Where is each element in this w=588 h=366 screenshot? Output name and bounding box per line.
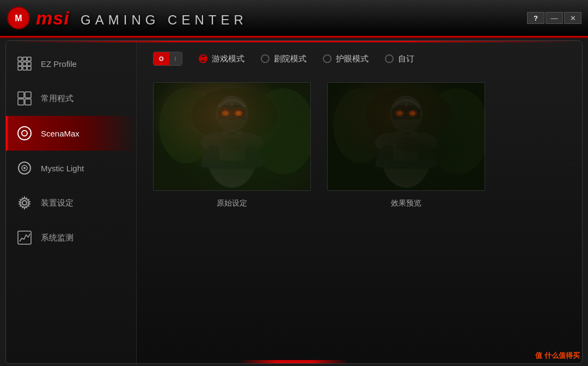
svg-point-39 xyxy=(231,108,246,119)
svg-point-49 xyxy=(390,96,422,132)
original-label: 原始设定 xyxy=(217,198,247,208)
minimize-button[interactable]: — xyxy=(546,12,563,24)
svg-point-36 xyxy=(236,111,241,115)
sidebar-item-ez-profile[interactable]: EZ Profile xyxy=(6,46,136,81)
svg-point-27 xyxy=(192,88,278,142)
msi-dragon-logo: M xyxy=(7,6,30,30)
brand-text: msi GAMING CENTER xyxy=(36,8,248,29)
apps-icon xyxy=(17,91,32,106)
svg-rect-6 xyxy=(23,62,27,66)
gear-icon xyxy=(17,195,32,210)
mode-custom-label: 自订 xyxy=(398,54,414,64)
svg-point-21 xyxy=(22,201,27,205)
effect-image xyxy=(327,82,485,191)
svg-rect-3 xyxy=(23,57,27,61)
mode-theater[interactable]: 剧院模式 xyxy=(261,54,307,64)
svg-point-35 xyxy=(223,111,228,115)
svg-point-53 xyxy=(410,111,415,115)
app-subtitle: GAMING CENTER xyxy=(81,13,248,27)
svg-rect-8 xyxy=(18,66,22,70)
mode-custom[interactable]: 自订 xyxy=(385,54,414,64)
watermark: 值 什么值得买 xyxy=(535,351,580,361)
power-toggle[interactable]: O I xyxy=(153,52,182,66)
sidebar-item-system-monitor[interactable]: 系统监测 xyxy=(6,220,136,255)
mode-game-label: 游戏模式 xyxy=(212,54,244,64)
device-settings-label: 装置设定 xyxy=(41,198,74,208)
svg-point-20 xyxy=(23,167,26,169)
effect-label: 效果预览 xyxy=(391,198,421,208)
title-bar: M msi GAMING CENTER ? — ✕ xyxy=(0,0,588,37)
ez-profile-label: EZ Profile xyxy=(41,59,77,69)
preview-row: 原始设定 xyxy=(153,82,566,208)
svg-point-43 xyxy=(425,88,485,174)
logo-area: M msi GAMING CENTER xyxy=(7,6,248,30)
svg-point-29 xyxy=(198,129,225,152)
scenamax-label: ScenaMax xyxy=(41,129,79,138)
radio-custom-dot xyxy=(385,54,394,63)
sidebar-item-device-settings[interactable]: 装置设定 xyxy=(6,185,136,220)
svg-point-38 xyxy=(218,108,233,119)
system-monitor-label: 系统监测 xyxy=(41,233,74,243)
content-panel: O I 游戏模式 剧院模式 护眼模式 xyxy=(137,41,582,363)
sidebar-item-common-programs[interactable]: 常用程式 xyxy=(6,81,136,116)
mode-game[interactable]: 游戏模式 xyxy=(199,54,244,64)
ring-icon xyxy=(17,160,32,176)
svg-point-26 xyxy=(251,88,310,174)
sidebar: EZ Profile 常用程式 xyxy=(6,41,137,363)
svg-rect-5 xyxy=(18,62,22,66)
toggle-on[interactable]: O xyxy=(154,52,169,65)
chart-icon xyxy=(17,230,32,245)
svg-rect-24 xyxy=(154,83,310,190)
help-button[interactable]: ? xyxy=(527,12,544,24)
svg-rect-11 xyxy=(18,92,24,98)
toggle-off[interactable]: I xyxy=(169,52,182,65)
svg-point-30 xyxy=(238,129,265,152)
eye-icon xyxy=(17,126,32,141)
svg-point-28 xyxy=(207,128,256,188)
main-area: EZ Profile 常用程式 xyxy=(5,40,583,364)
svg-rect-2 xyxy=(18,57,22,61)
svg-rect-10 xyxy=(27,66,31,70)
radio-theater-dot xyxy=(261,54,270,63)
svg-rect-31 xyxy=(226,120,237,134)
sidebar-item-scenamax[interactable]: ScenaMax xyxy=(6,116,136,151)
svg-point-46 xyxy=(372,129,400,152)
preview-effect: 效果预览 xyxy=(327,82,485,208)
preview-original: 原始设定 xyxy=(153,82,311,208)
svg-rect-9 xyxy=(23,66,27,70)
mode-eyecare[interactable]: 护眼模式 xyxy=(323,54,369,64)
svg-point-42 xyxy=(333,88,387,164)
svg-rect-4 xyxy=(27,57,31,61)
radio-eyecare-dot xyxy=(323,54,332,63)
original-image xyxy=(153,82,311,191)
window-controls: ? — ✕ xyxy=(527,12,581,24)
mode-eyecare-label: 护眼模式 xyxy=(336,54,369,64)
mystic-light-label: Mystic Light xyxy=(41,164,84,173)
svg-point-33 xyxy=(220,110,230,117)
svg-text:M: M xyxy=(15,14,22,23)
svg-point-50 xyxy=(395,110,405,117)
svg-rect-13 xyxy=(18,99,24,105)
svg-point-47 xyxy=(412,129,439,152)
svg-point-45 xyxy=(382,128,430,188)
svg-point-51 xyxy=(408,110,418,117)
svg-point-44 xyxy=(366,88,452,142)
svg-point-34 xyxy=(234,110,243,117)
svg-rect-41 xyxy=(328,83,484,190)
svg-rect-48 xyxy=(401,120,412,134)
bottom-accent xyxy=(240,360,348,363)
close-button[interactable]: ✕ xyxy=(564,12,581,24)
svg-point-17 xyxy=(23,132,26,134)
mode-row: O I 游戏模式 剧院模式 护眼模式 xyxy=(153,52,566,66)
svg-rect-23 xyxy=(154,83,310,190)
common-programs-label: 常用程式 xyxy=(41,94,74,104)
sidebar-item-mystic-light[interactable]: Mystic Light xyxy=(6,151,136,185)
svg-rect-12 xyxy=(25,92,31,98)
mode-theater-label: 剧院模式 xyxy=(274,54,307,64)
svg-rect-40 xyxy=(328,83,484,190)
svg-rect-7 xyxy=(27,62,31,66)
svg-point-52 xyxy=(397,111,402,115)
svg-rect-14 xyxy=(25,99,31,105)
svg-point-32 xyxy=(216,96,248,132)
radio-game-dot xyxy=(199,54,207,63)
